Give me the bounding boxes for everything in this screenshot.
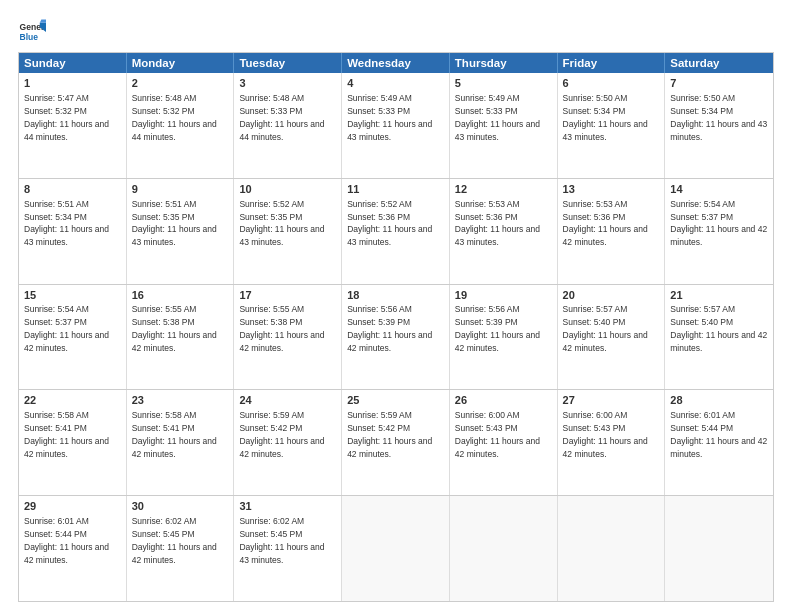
day-number: 15 [24,288,121,303]
day-info: Sunrise: 5:59 AMSunset: 5:42 PMDaylight:… [239,410,324,459]
day-number: 17 [239,288,336,303]
day-number: 20 [563,288,660,303]
day-info: Sunrise: 5:52 AMSunset: 5:35 PMDaylight:… [239,199,324,248]
empty-cell [342,496,450,601]
day-cell-23: 23Sunrise: 5:58 AMSunset: 5:41 PMDayligh… [127,390,235,495]
day-info: Sunrise: 5:51 AMSunset: 5:35 PMDaylight:… [132,199,217,248]
empty-cell [558,496,666,601]
day-cell-20: 20Sunrise: 5:57 AMSunset: 5:40 PMDayligh… [558,285,666,390]
day-number: 13 [563,182,660,197]
logo-icon: General Blue [18,18,46,46]
day-info: Sunrise: 5:48 AMSunset: 5:32 PMDaylight:… [132,93,217,142]
day-cell-30: 30Sunrise: 6:02 AMSunset: 5:45 PMDayligh… [127,496,235,601]
day-cell-14: 14Sunrise: 5:54 AMSunset: 5:37 PMDayligh… [665,179,773,284]
day-info: Sunrise: 5:51 AMSunset: 5:34 PMDaylight:… [24,199,109,248]
header-day-thursday: Thursday [450,53,558,73]
calendar-week-1: 1Sunrise: 5:47 AMSunset: 5:32 PMDaylight… [19,73,773,178]
header-day-monday: Monday [127,53,235,73]
day-cell-10: 10Sunrise: 5:52 AMSunset: 5:35 PMDayligh… [234,179,342,284]
calendar-header: SundayMondayTuesdayWednesdayThursdayFrid… [19,53,773,73]
day-info: Sunrise: 5:58 AMSunset: 5:41 PMDaylight:… [132,410,217,459]
day-info: Sunrise: 5:57 AMSunset: 5:40 PMDaylight:… [563,304,648,353]
day-info: Sunrise: 5:48 AMSunset: 5:33 PMDaylight:… [239,93,324,142]
day-number: 19 [455,288,552,303]
calendar: SundayMondayTuesdayWednesdayThursdayFrid… [18,52,774,602]
page: General Blue SundayMondayTuesdayWednesda… [0,0,792,612]
empty-cell [450,496,558,601]
day-cell-2: 2Sunrise: 5:48 AMSunset: 5:32 PMDaylight… [127,73,235,178]
day-number: 1 [24,76,121,91]
day-number: 22 [24,393,121,408]
day-info: Sunrise: 5:57 AMSunset: 5:40 PMDaylight:… [670,304,767,353]
day-number: 4 [347,76,444,91]
day-cell-11: 11Sunrise: 5:52 AMSunset: 5:36 PMDayligh… [342,179,450,284]
day-info: Sunrise: 5:53 AMSunset: 5:36 PMDaylight:… [563,199,648,248]
day-cell-17: 17Sunrise: 5:55 AMSunset: 5:38 PMDayligh… [234,285,342,390]
header: General Blue [18,18,774,46]
day-cell-26: 26Sunrise: 6:00 AMSunset: 5:43 PMDayligh… [450,390,558,495]
day-cell-1: 1Sunrise: 5:47 AMSunset: 5:32 PMDaylight… [19,73,127,178]
day-info: Sunrise: 6:02 AMSunset: 5:45 PMDaylight:… [239,516,324,565]
day-number: 6 [563,76,660,91]
header-day-saturday: Saturday [665,53,773,73]
day-cell-19: 19Sunrise: 5:56 AMSunset: 5:39 PMDayligh… [450,285,558,390]
header-day-wednesday: Wednesday [342,53,450,73]
day-info: Sunrise: 5:47 AMSunset: 5:32 PMDaylight:… [24,93,109,142]
day-info: Sunrise: 5:49 AMSunset: 5:33 PMDaylight:… [347,93,432,142]
day-info: Sunrise: 5:54 AMSunset: 5:37 PMDaylight:… [24,304,109,353]
day-number: 18 [347,288,444,303]
day-cell-22: 22Sunrise: 5:58 AMSunset: 5:41 PMDayligh… [19,390,127,495]
day-cell-24: 24Sunrise: 5:59 AMSunset: 5:42 PMDayligh… [234,390,342,495]
day-number: 28 [670,393,768,408]
calendar-week-4: 22Sunrise: 5:58 AMSunset: 5:41 PMDayligh… [19,389,773,495]
day-number: 27 [563,393,660,408]
day-info: Sunrise: 6:02 AMSunset: 5:45 PMDaylight:… [132,516,217,565]
day-number: 12 [455,182,552,197]
calendar-week-2: 8Sunrise: 5:51 AMSunset: 5:34 PMDaylight… [19,178,773,284]
day-cell-16: 16Sunrise: 5:55 AMSunset: 5:38 PMDayligh… [127,285,235,390]
day-cell-5: 5Sunrise: 5:49 AMSunset: 5:33 PMDaylight… [450,73,558,178]
day-cell-7: 7Sunrise: 5:50 AMSunset: 5:34 PMDaylight… [665,73,773,178]
header-day-sunday: Sunday [19,53,127,73]
calendar-week-5: 29Sunrise: 6:01 AMSunset: 5:44 PMDayligh… [19,495,773,601]
day-cell-9: 9Sunrise: 5:51 AMSunset: 5:35 PMDaylight… [127,179,235,284]
empty-cell [665,496,773,601]
day-info: Sunrise: 5:59 AMSunset: 5:42 PMDaylight:… [347,410,432,459]
day-cell-15: 15Sunrise: 5:54 AMSunset: 5:37 PMDayligh… [19,285,127,390]
day-number: 3 [239,76,336,91]
day-number: 2 [132,76,229,91]
day-number: 31 [239,499,336,514]
header-day-tuesday: Tuesday [234,53,342,73]
day-number: 5 [455,76,552,91]
day-number: 24 [239,393,336,408]
day-cell-28: 28Sunrise: 6:01 AMSunset: 5:44 PMDayligh… [665,390,773,495]
day-number: 30 [132,499,229,514]
calendar-body: 1Sunrise: 5:47 AMSunset: 5:32 PMDaylight… [19,73,773,601]
day-info: Sunrise: 6:00 AMSunset: 5:43 PMDaylight:… [563,410,648,459]
day-info: Sunrise: 6:00 AMSunset: 5:43 PMDaylight:… [455,410,540,459]
day-info: Sunrise: 5:52 AMSunset: 5:36 PMDaylight:… [347,199,432,248]
day-cell-18: 18Sunrise: 5:56 AMSunset: 5:39 PMDayligh… [342,285,450,390]
day-cell-31: 31Sunrise: 6:02 AMSunset: 5:45 PMDayligh… [234,496,342,601]
day-info: Sunrise: 5:55 AMSunset: 5:38 PMDaylight:… [239,304,324,353]
day-info: Sunrise: 5:54 AMSunset: 5:37 PMDaylight:… [670,199,767,248]
day-number: 7 [670,76,768,91]
day-cell-13: 13Sunrise: 5:53 AMSunset: 5:36 PMDayligh… [558,179,666,284]
day-info: Sunrise: 5:56 AMSunset: 5:39 PMDaylight:… [347,304,432,353]
header-day-friday: Friday [558,53,666,73]
calendar-week-3: 15Sunrise: 5:54 AMSunset: 5:37 PMDayligh… [19,284,773,390]
day-cell-29: 29Sunrise: 6:01 AMSunset: 5:44 PMDayligh… [19,496,127,601]
day-cell-27: 27Sunrise: 6:00 AMSunset: 5:43 PMDayligh… [558,390,666,495]
day-cell-25: 25Sunrise: 5:59 AMSunset: 5:42 PMDayligh… [342,390,450,495]
day-cell-8: 8Sunrise: 5:51 AMSunset: 5:34 PMDaylight… [19,179,127,284]
day-cell-6: 6Sunrise: 5:50 AMSunset: 5:34 PMDaylight… [558,73,666,178]
day-info: Sunrise: 5:53 AMSunset: 5:36 PMDaylight:… [455,199,540,248]
day-info: Sunrise: 5:55 AMSunset: 5:38 PMDaylight:… [132,304,217,353]
day-info: Sunrise: 5:56 AMSunset: 5:39 PMDaylight:… [455,304,540,353]
day-number: 8 [24,182,121,197]
logo: General Blue [18,18,46,46]
day-number: 25 [347,393,444,408]
day-number: 26 [455,393,552,408]
day-number: 9 [132,182,229,197]
day-info: Sunrise: 5:58 AMSunset: 5:41 PMDaylight:… [24,410,109,459]
